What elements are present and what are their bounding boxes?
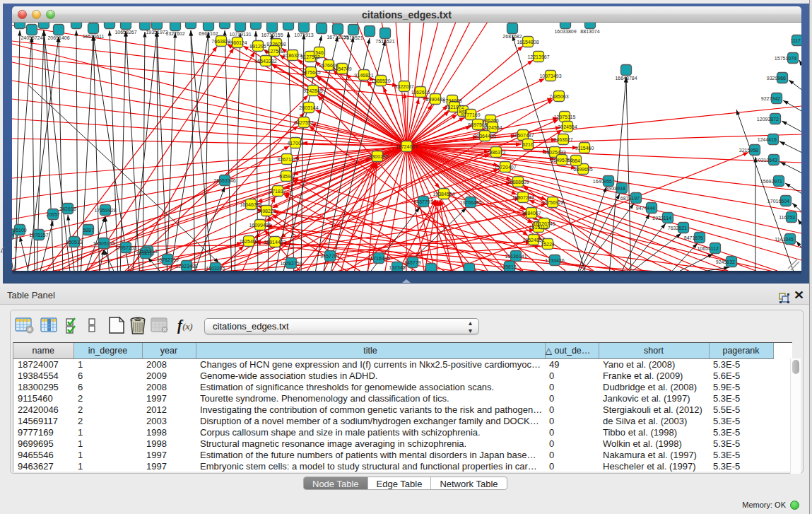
svg-text:16154808: 16154808 [517,40,539,45]
svg-text:16914473: 16914473 [264,240,286,245]
svg-text:17016504: 17016504 [767,199,789,204]
svg-text:15692971: 15692971 [760,179,782,184]
svg-text:2687682: 2687682 [502,34,522,39]
svg-text:10719131: 10719131 [229,32,251,37]
svg-text:10653267: 10653267 [114,30,136,35]
svg-text:16648784: 16648784 [615,76,637,81]
svg-text:1640955: 1640955 [593,179,612,184]
svg-text:9457791: 9457791 [320,254,339,259]
svg-text:12093872: 12093872 [757,117,779,122]
svg-text:1503245: 1503245 [206,266,225,271]
svg-text:5887: 5887 [83,228,94,233]
svg-text:9777169: 9777169 [461,112,480,117]
svg-text:26053346: 26053346 [213,178,235,183]
svg-text:19505135: 19505135 [93,241,114,246]
svg-text:546: 546 [315,50,324,55]
svg-text:6899695: 6899695 [573,167,592,172]
svg-text:20691406: 20691406 [47,35,69,40]
svg-text:16510611: 16510611 [83,34,105,39]
svg-text:1327602: 1327602 [165,31,184,36]
svg-text:3215958: 3215958 [739,148,758,153]
svg-text:984: 984 [572,158,580,163]
svg-text:271817: 271817 [269,189,286,194]
svg-text:9127508: 9127508 [264,49,283,54]
svg-text:16099485: 16099485 [249,223,271,228]
svg-text:(x): (x) [182,321,193,332]
svg-text:9329966: 9329966 [767,76,786,81]
svg-text:16782759: 16782759 [156,257,178,262]
svg-text:746266: 746266 [482,118,498,123]
svg-text:19384554: 19384554 [433,192,454,197]
svg-text:1978157: 1978157 [29,233,48,238]
svg-text:17957255: 17957255 [114,245,136,250]
svg-text:3024554: 3024554 [558,124,577,129]
svg-text:3024554: 3024554 [483,125,502,130]
svg-text:17359928: 17359928 [94,208,116,213]
svg-text:15716485: 15716485 [367,256,389,261]
svg-text:25224: 25224 [541,242,555,247]
svg-text:891295: 891295 [249,44,266,49]
svg-text:7485063: 7485063 [549,94,568,99]
svg-text:19351973: 19351973 [146,30,167,35]
svg-text:3875645: 3875645 [301,70,320,75]
svg-text:24055724: 24055724 [20,35,42,40]
svg-text:13706485: 13706485 [459,200,481,205]
svg-text:1117: 1117 [790,38,801,43]
svg-text:95100: 95100 [13,228,27,233]
svg-text:3267130: 3267130 [277,157,296,162]
svg-text:12213967: 12213967 [527,54,549,59]
svg-text:8427552: 8427552 [294,120,313,125]
svg-text:20557: 20557 [46,212,60,217]
svg-text:6216: 6216 [522,142,534,147]
svg-text:53594: 53594 [279,174,293,179]
svg-text:16033809: 16033809 [554,29,576,34]
svg-text:8186323: 8186323 [283,53,302,58]
svg-text:9245632: 9245632 [716,259,735,264]
svg-text:7625402: 7625402 [239,239,258,244]
svg-text:1588520: 1588520 [371,78,390,83]
svg-text:417004: 417004 [287,141,303,146]
svg-text:116753: 116753 [779,215,795,220]
svg-text:10688609: 10688609 [507,180,529,185]
svg-text:12923488: 12923488 [175,264,197,269]
svg-text:16046798: 16046798 [240,202,261,207]
svg-text:10210643: 10210643 [755,158,777,163]
svg-text:12975115: 12975115 [554,115,576,119]
svg-text:2933114: 2933114 [652,216,671,221]
svg-text:7986372: 7986372 [486,150,505,155]
svg-text:10973493: 10973493 [539,74,561,78]
svg-text:9684067: 9684067 [522,211,541,216]
svg-text:8960124: 8960124 [228,40,247,45]
svg-text:10507487: 10507487 [512,133,534,138]
svg-text:18300295: 18300295 [366,154,388,159]
svg-text:10756928: 10756928 [541,200,563,205]
svg-text:7515521: 7515521 [343,35,363,40]
svg-text:18724007: 18724007 [396,144,418,149]
svg-text:16120746: 16120746 [533,221,555,226]
svg-text:8938918: 8938918 [606,186,625,191]
svg-text:10025433: 10025433 [543,150,565,155]
svg-text:945779: 945779 [404,260,420,265]
svg-text:8226058: 8226058 [266,42,286,47]
svg-text:9115460: 9115460 [575,146,594,151]
svg-text:150513: 150513 [66,240,82,245]
svg-text:9457791: 9457791 [413,199,433,204]
svg-text:6794028: 6794028 [442,98,461,103]
svg-text:1141345: 1141345 [775,237,794,242]
svg-text:16782759: 16782759 [280,261,302,266]
svg-text:20364486: 20364486 [473,134,495,139]
svg-text:1498222: 1498222 [257,209,276,214]
svg-text:16495756: 16495756 [551,158,572,163]
svg-text:16713155: 16713155 [261,33,283,37]
svg-text:16543382: 16543382 [254,59,276,64]
svg-text:1162615: 1162615 [411,90,430,95]
svg-text:9146821: 9146821 [354,73,373,78]
svg-text:95813: 95813 [502,264,517,269]
svg-text:9227342: 9227342 [761,96,780,101]
svg-text:8471676: 8471676 [684,235,703,240]
svg-text:7632621: 7632621 [668,226,687,230]
svg-text:9463627: 9463627 [553,137,572,142]
svg-text:8322037: 8322037 [394,84,413,89]
svg-text:18807249: 18807249 [512,195,534,200]
svg-text:6966102: 6966102 [199,31,218,36]
